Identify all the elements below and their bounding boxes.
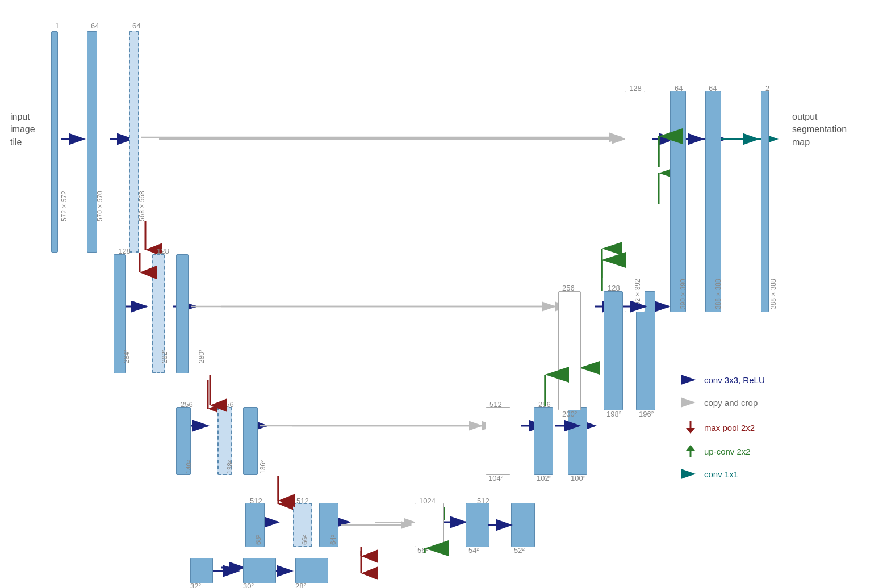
size-rr3-3: 100²	[571, 474, 585, 482]
svg-marker-39	[686, 428, 695, 434]
fmap-r2-128c	[176, 254, 189, 373]
input-label: inputimagetile	[10, 111, 35, 149]
legend-copy: copy and crop	[681, 397, 758, 408]
output-label: outputsegmentationmap	[792, 111, 847, 149]
size-rr4-3: 52²	[514, 546, 525, 555]
legend-upconv: up-conv 2x2	[681, 445, 751, 457]
size-r4-2: 66²	[301, 535, 309, 545]
size-r2-1: 284²	[123, 350, 131, 363]
size-rr1-3: 388 × 388	[714, 279, 722, 309]
label-ch1-64b: 64	[132, 22, 140, 30]
fmap-rr3-256a	[534, 407, 553, 475]
legend-copy-label: copy and crop	[704, 398, 758, 408]
fmap-rr2-128a	[604, 291, 623, 410]
fmap-r5-1024c	[295, 558, 328, 583]
fmap-r5-1024b	[243, 558, 276, 583]
fmap-rr1-2	[761, 91, 769, 312]
size-rr1-4: 388 × 388	[769, 279, 777, 309]
fmap-rr4-512b	[511, 503, 535, 547]
legend-conv-label: conv 3x3, ReLU	[704, 375, 765, 385]
size-rr2-1: 200²	[562, 410, 577, 418]
size-r4-1: 68²	[254, 535, 262, 545]
label-ch1-1: 1	[55, 22, 59, 30]
fmap-r5-1024a	[190, 558, 213, 583]
legend-maxpool-label: max pool 2x2	[704, 423, 755, 432]
legend-upconv-label: up-conv 2x2	[704, 447, 751, 456]
fmap-rr3-512	[486, 407, 510, 475]
size-rr2-2: 198²	[606, 410, 621, 418]
size-rr4-2: 54²	[468, 546, 479, 555]
size-r1-2: 570 × 570	[96, 191, 104, 221]
label-ch1-64a: 64	[91, 22, 99, 30]
fmap-rr4-1024	[415, 503, 444, 547]
size-r2-3: 280²	[198, 350, 206, 363]
size-r3-3: 136²	[259, 460, 267, 474]
legend-conv1x1: conv 1x1	[681, 469, 738, 479]
fmap-rr2-256	[558, 291, 581, 410]
size-rr4-1: 56²	[417, 546, 428, 555]
size-rr3-1: 104²	[488, 474, 503, 482]
size-r1-1: 572 × 572	[60, 191, 68, 221]
legend-maxpool: max pool 2x2	[681, 421, 755, 434]
fmap-r3-256c	[243, 407, 258, 475]
size-rr2-3: 196²	[639, 410, 654, 418]
size-rr1-1: 392 × 392	[634, 279, 642, 309]
size-r3-2: 138²	[226, 460, 234, 474]
size-r4-3: 64²	[329, 535, 337, 545]
size-r5-3: 28²	[295, 582, 306, 588]
size-rr1-2: 390 × 390	[679, 279, 687, 309]
fmap-rr4-512a	[466, 503, 489, 547]
size-r3-1: 140²	[185, 460, 193, 474]
legend-conv: conv 3x3, ReLU	[681, 375, 765, 385]
size-r5-1: 32²	[190, 582, 201, 588]
size-rr3-2: 102²	[537, 474, 551, 482]
legend-conv1x1-label: conv 1x1	[704, 469, 738, 479]
fmap-r1-1	[51, 31, 58, 253]
size-r1-3: 568 × 568	[138, 191, 146, 221]
size-r5-2: 30²	[243, 582, 254, 588]
size-r2-2: 282²	[161, 350, 169, 363]
svg-marker-41	[686, 445, 695, 451]
